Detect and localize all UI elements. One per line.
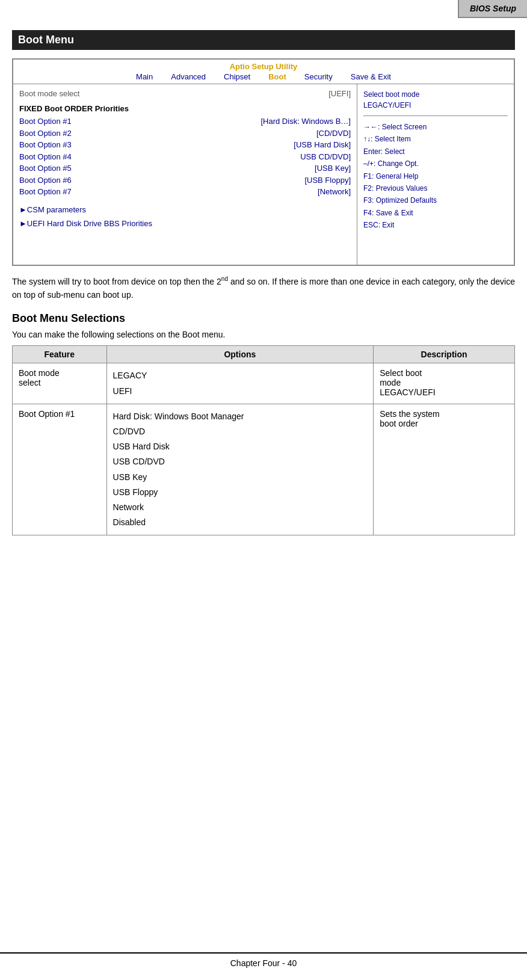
boot-option-6-label: Boot Option #6 bbox=[19, 174, 72, 186]
boot-option-3-label: Boot Option #3 bbox=[19, 139, 72, 151]
options-boot-option1: Hard Disk: Windows Boot Manager CD/DVD U… bbox=[106, 404, 374, 535]
help-item-5: F1: General Help bbox=[363, 170, 508, 182]
description-superscript: nd bbox=[221, 276, 228, 282]
feature-boot-option1: Boot Option #1 bbox=[13, 404, 107, 535]
list-item: Network bbox=[113, 500, 368, 515]
desc-boot-mode: Select boot mode LEGACY/UEFI bbox=[374, 363, 515, 404]
footer-label: Chapter Four - 40 bbox=[230, 958, 297, 968]
boot-option-7-value: [Network] bbox=[318, 186, 351, 198]
table-header-description: Description bbox=[374, 346, 515, 363]
help-item-4: –/+: Change Opt. bbox=[363, 158, 508, 170]
list-item: UEFI bbox=[113, 384, 368, 399]
boot-option-row-3[interactable]: Boot Option #3 [USB Hard Disk] bbox=[19, 139, 351, 151]
help-item-6: F2: Previous Values bbox=[363, 182, 508, 194]
boot-options-list: Boot Option #1 [Hard Disk: Windows B…] B… bbox=[19, 116, 351, 198]
help-item-9: ESC: Exit bbox=[363, 219, 508, 231]
help-item-7: F3: Optimized Defaults bbox=[363, 194, 508, 206]
nav-item-save-exit[interactable]: Save & Exit bbox=[351, 72, 391, 81]
aptio-body: Boot mode select [UEFI] FIXED Boot ORDER… bbox=[13, 84, 514, 265]
boot-option-6-value: [USB Floppy] bbox=[304, 174, 351, 186]
nav-item-advanced[interactable]: Advanced bbox=[171, 72, 206, 81]
boot-option-1-value: [Hard Disk: Windows B…] bbox=[260, 116, 351, 128]
boot-option-row-7[interactable]: Boot Option #7 [Network] bbox=[19, 186, 351, 198]
boot-option-7-label: Boot Option #7 bbox=[19, 186, 72, 198]
list-item: USB Floppy bbox=[113, 485, 368, 500]
aptio-nav: Aptio Setup Utility Main Advanced Chipse… bbox=[13, 60, 514, 84]
boot-option-2-label: Boot Option #2 bbox=[19, 128, 72, 140]
boot-option-row-6[interactable]: Boot Option #6 [USB Floppy] bbox=[19, 174, 351, 186]
list-item: USB Hard Disk bbox=[113, 439, 368, 454]
help-item-1: →←: Select Screen bbox=[363, 121, 508, 133]
boot-option-4-value: USB CD/DVD] bbox=[300, 151, 351, 163]
fixed-boot-title: FIXED Boot ORDER Priorities bbox=[19, 104, 351, 113]
aptio-right-help: →←: Select Screen ↑↓: Select Item Enter:… bbox=[363, 121, 508, 232]
boot-option-row-2[interactable]: Boot Option #2 [CD/DVD] bbox=[19, 128, 351, 140]
page-title: Boot Menu bbox=[12, 30, 515, 50]
nav-item-main[interactable]: Main bbox=[136, 72, 153, 81]
list-item: USB CD/DVD bbox=[113, 454, 368, 469]
boot-option-row-1[interactable]: Boot Option #1 [Hard Disk: Windows B…] bbox=[19, 116, 351, 128]
list-item: USB Key bbox=[113, 470, 368, 485]
boot-mode-value: [UEFI] bbox=[328, 89, 351, 98]
boot-mode-label: Boot mode select bbox=[19, 89, 79, 98]
boot-option-5-label: Boot Option #5 bbox=[19, 162, 72, 174]
table-header-feature: Feature bbox=[13, 346, 107, 363]
aptio-setup-box: Aptio Setup Utility Main Advanced Chipse… bbox=[12, 58, 515, 266]
help-item-8: F4: Save & Exit bbox=[363, 207, 508, 219]
aptio-right-top: Select boot mode LEGACY/UEFI bbox=[363, 89, 508, 116]
boot-option-2-value: [CD/DVD] bbox=[316, 128, 351, 140]
aptio-left-panel: Boot mode select [UEFI] FIXED Boot ORDER… bbox=[13, 84, 357, 265]
desc-boot-option1: Sets the system boot order bbox=[374, 404, 515, 535]
description-text-part1: The system will try to boot from device … bbox=[12, 277, 221, 286]
list-item: Disabled bbox=[113, 515, 368, 530]
aptio-nav-items: Main Advanced Chipset Boot Security Save… bbox=[13, 72, 514, 81]
csm-link[interactable]: ►CSM parameters bbox=[19, 205, 351, 214]
boot-mode-row[interactable]: Boot mode select [UEFI] bbox=[19, 89, 351, 98]
options-boot-mode: LEGACY UEFI bbox=[106, 363, 374, 404]
list-item: Hard Disk: Windows Boot Manager bbox=[113, 409, 368, 424]
help-item-2: ↑↓: Select Item bbox=[363, 133, 508, 145]
boot-option-3-value: [USB Hard Disk] bbox=[294, 139, 351, 151]
boot-option-5-value: [USB Key] bbox=[315, 162, 351, 174]
feature-boot-mode: Boot mode select bbox=[13, 363, 107, 404]
description-paragraph: The system will try to boot from device … bbox=[12, 274, 515, 301]
table-row: Boot mode select LEGACY UEFI Select boot… bbox=[13, 363, 515, 404]
selections-heading: Boot Menu Selections bbox=[12, 312, 515, 325]
boot-option-row-5[interactable]: Boot Option #5 [USB Key] bbox=[19, 162, 351, 174]
bios-setup-tab: BIOS Setup bbox=[458, 0, 527, 18]
nav-item-chipset[interactable]: Chipset bbox=[224, 72, 250, 81]
table-row: Boot Option #1 Hard Disk: Windows Boot M… bbox=[13, 404, 515, 535]
list-item: CD/DVD bbox=[113, 424, 368, 439]
boot-option-row-4[interactable]: Boot Option #4 USB CD/DVD] bbox=[19, 151, 351, 163]
table-header-options: Options bbox=[106, 346, 374, 363]
boot-option-4-label: Boot Option #4 bbox=[19, 151, 72, 163]
help-item-3: Enter: Select bbox=[363, 146, 508, 158]
list-item: LEGACY bbox=[113, 368, 368, 383]
page-footer: Chapter Four - 40 bbox=[0, 952, 527, 968]
boot-option-1-label: Boot Option #1 bbox=[19, 116, 72, 128]
nav-item-security[interactable]: Security bbox=[304, 72, 333, 81]
selections-intro: You can make the following selections on… bbox=[12, 330, 515, 339]
nav-item-boot[interactable]: Boot bbox=[268, 72, 286, 81]
aptio-nav-title: Aptio Setup Utility bbox=[13, 62, 514, 71]
selections-table: Feature Options Description Boot mode se… bbox=[12, 345, 515, 535]
aptio-right-panel: Select boot mode LEGACY/UEFI →←: Select … bbox=[357, 84, 514, 265]
uefi-link[interactable]: ►UEFI Hard Disk Drive BBS Priorities bbox=[19, 219, 351, 228]
